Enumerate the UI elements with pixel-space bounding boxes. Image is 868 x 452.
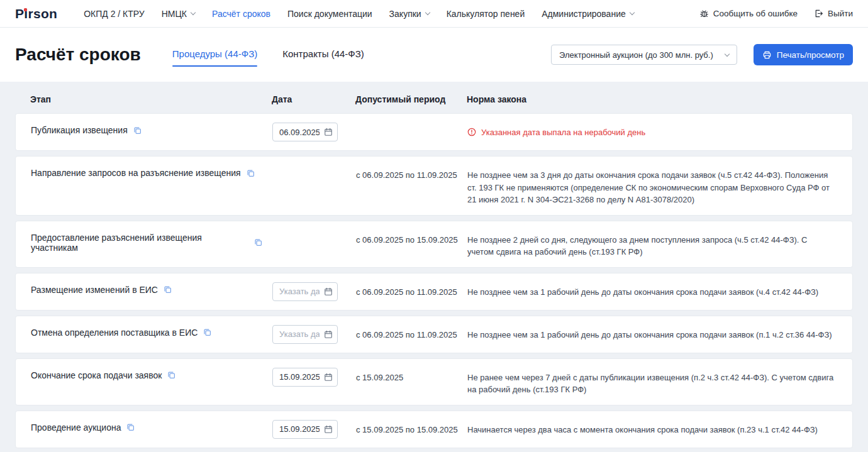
nav-item-label: ОКПД 2 / КТРУ <box>84 9 145 19</box>
tabs: Процедуры (44-ФЗ) Контракты (44-ФЗ) <box>172 43 364 67</box>
stage-label: Размещение изменений в ЕИС <box>31 285 158 295</box>
top-navigation: Pirson ОКПД 2 / КТРУ НМЦК Расчёт сроков … <box>0 0 868 28</box>
copy-icon[interactable] <box>254 238 262 246</box>
copy-icon[interactable] <box>133 126 142 135</box>
copy-icon[interactable] <box>247 169 255 177</box>
nav-item-penalty-calculator[interactable]: Калькулятор пеней <box>447 9 525 19</box>
copy-icon[interactable] <box>164 285 172 294</box>
nav-item-label: Расчёт сроков <box>212 9 270 19</box>
deadline-table: Этап Дата Допустимый период Норма закона… <box>0 82 868 452</box>
chevron-down-icon <box>425 9 430 14</box>
procedure-type-select[interactable]: Электронный аукцион (до 300 млн. руб.) <box>551 45 737 65</box>
column-header-norm: Норма закона <box>467 94 838 104</box>
report-error-label: Сообщить об ошибке <box>713 9 798 18</box>
table-row: Направление запросов на разъяснение изве… <box>15 156 853 216</box>
logout-label: Выйти <box>828 9 853 18</box>
stage-label: Отмена определения поставщика в ЕИС <box>31 328 198 338</box>
date-input[interactable] <box>272 420 338 439</box>
table-row: Размещение изменений в ЕИС с 06.09.2025 … <box>15 273 853 311</box>
logout-button[interactable]: Выйти <box>814 9 853 18</box>
copy-icon[interactable] <box>203 328 211 336</box>
chevron-down-icon <box>629 9 634 14</box>
date-warning: Указанная дата выпала на нерабочий день <box>467 126 835 139</box>
period-text <box>356 123 467 126</box>
norm-text: Не позднее 2 дней со дня, следующего за … <box>467 230 837 258</box>
tab-label: Процедуры (44-ФЗ) <box>172 48 257 59</box>
column-header-stage: Этап <box>30 94 272 104</box>
tab-procedures-44fz[interactable]: Процедуры (44-ФЗ) <box>172 43 257 67</box>
printer-icon <box>762 50 772 60</box>
nav-item-deadline-calc[interactable]: Расчёт сроков <box>212 9 270 19</box>
column-header-period: Допустимый период <box>355 94 467 104</box>
copy-icon[interactable] <box>167 371 175 379</box>
copy-icon[interactable] <box>126 423 135 431</box>
date-input[interactable] <box>272 282 338 301</box>
nav-item-label: Поиск документации <box>287 9 372 19</box>
column-header-date: Дата <box>272 94 355 104</box>
print-preview-label: Печать/просмотр <box>777 50 844 60</box>
norm-text: Не позднее чем за 1 рабочий день до даты… <box>467 325 837 341</box>
stage-label: Публикация извещения <box>31 125 128 135</box>
period-text: с 06.09.2025 по 11.09.2025 <box>356 165 467 182</box>
nav-item-label: Администрирование <box>542 9 626 19</box>
table-header-row: Этап Дата Допустимый период Норма закона <box>0 82 868 113</box>
bug-icon <box>699 9 709 18</box>
nav-item-label: Калькулятор пеней <box>447 9 525 19</box>
logout-icon <box>814 9 823 18</box>
table-row: Окончание срока подачи заявок с 15.09.20… <box>15 358 853 405</box>
stage-label: Проведение аукциона <box>31 422 121 433</box>
table-row: Проведение аукциона с 15.09.2025 по 15.0… <box>15 411 853 448</box>
logo-accent-dot <box>24 8 27 11</box>
logo-text: Pirson <box>15 6 57 21</box>
page-title: Расчёт сроков <box>15 45 141 65</box>
stage-label: Окончание срока подачи заявок <box>31 370 162 380</box>
stage-label: Направление запросов на разъяснение изве… <box>31 168 241 178</box>
nav-item-administration[interactable]: Администрирование <box>542 9 634 19</box>
chevron-down-icon <box>725 51 730 56</box>
tab-label: Контракты (44-ФЗ) <box>282 48 364 59</box>
period-text: с 06.09.2025 по 15.09.2025 <box>356 230 467 246</box>
page-header: Расчёт сроков Процедуры (44-ФЗ) Контракт… <box>0 28 868 82</box>
warning-text: Указанная дата выпала на нерабочий день <box>481 126 645 139</box>
print-preview-button[interactable]: Печать/просмотр <box>754 44 853 65</box>
nav-item-purchases[interactable]: Закупки <box>389 9 430 19</box>
nav-item-label: НМЦК <box>162 9 187 19</box>
norm-text: Не позднее чем за 1 рабочий день до даты… <box>467 282 837 299</box>
period-text: с 15.09.2025 <box>356 368 467 384</box>
warning-icon <box>467 128 476 136</box>
norm-text: Не позднее чем за 3 дня до даты окончани… <box>467 165 837 206</box>
logo[interactable]: Pirson <box>15 6 57 21</box>
norm-text: Не ранее чем через 7 дней с даты публика… <box>467 368 837 396</box>
period-text: с 15.09.2025 по 15.09.2025 <box>356 420 467 436</box>
procedure-type-value: Электронный аукцион (до 300 млн. руб.) <box>559 50 713 60</box>
nav-item-okpd-ktru[interactable]: ОКПД 2 / КТРУ <box>84 9 145 19</box>
table-row: Предоставление разъяснений извещения уча… <box>15 221 853 268</box>
date-input[interactable] <box>272 123 338 141</box>
date-input[interactable] <box>272 368 338 387</box>
report-error-button[interactable]: Сообщить об ошибке <box>699 9 798 18</box>
table-row: Отмена определения поставщика в ЕИС с 06… <box>15 316 853 353</box>
nav-item-label: Закупки <box>389 9 421 19</box>
nav-item-doc-search[interactable]: Поиск документации <box>287 9 372 19</box>
period-text: с 06.09.2025 по 11.09.2025 <box>356 325 467 341</box>
tab-contracts-44fz[interactable]: Контракты (44-ФЗ) <box>282 43 364 67</box>
nav-item-nmck[interactable]: НМЦК <box>162 9 195 19</box>
stage-label: Предоставление разъяснений извещения уча… <box>31 233 248 253</box>
chevron-down-icon <box>191 9 196 14</box>
table-row: Публикация извещения Указанная дата выпа… <box>15 113 853 151</box>
period-text: с 06.09.2025 по 11.09.2025 <box>356 282 467 299</box>
date-input[interactable] <box>272 325 338 344</box>
norm-text: Начинается через два часа с момента окон… <box>467 420 837 436</box>
